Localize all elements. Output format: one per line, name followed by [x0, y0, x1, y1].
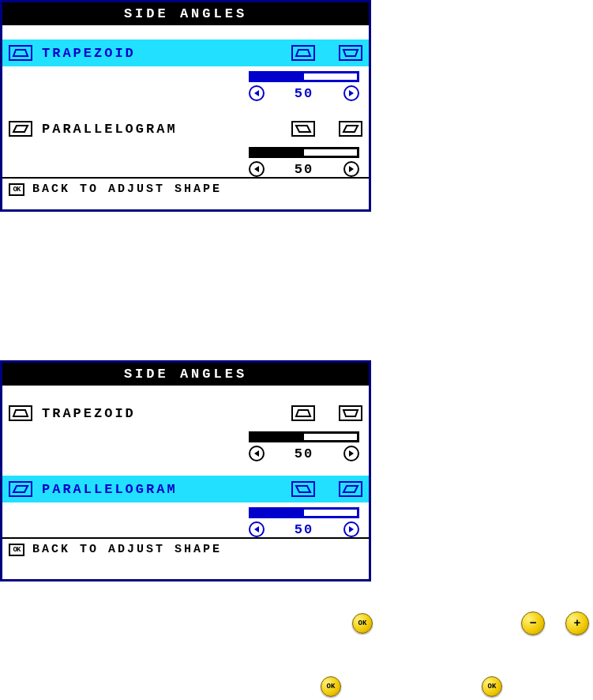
slider-value: 50 — [295, 446, 313, 461]
trapezoid-bottom-icon — [339, 405, 362, 421]
trapezoid-top-icon — [291, 45, 315, 61]
hw-minus-button[interactable]: − — [521, 612, 545, 635]
increase-button[interactable] — [343, 161, 359, 177]
panel-title: SIDE ANGLES — [2, 363, 369, 386]
svg-marker-18 — [254, 526, 259, 533]
svg-marker-16 — [296, 486, 310, 492]
svg-marker-9 — [349, 166, 354, 172]
slider-row-parallelogram: 50 — [2, 142, 369, 177]
increase-button[interactable] — [343, 521, 359, 537]
footer-back[interactable]: OK BACK TO ADJUST SHAPE — [2, 539, 369, 560]
footer-label: BACK TO ADJUST SHAPE — [32, 543, 222, 556]
slider-row-parallelogram: 50 — [2, 502, 369, 537]
svg-marker-3 — [254, 90, 259, 96]
hw-ok-button-1[interactable]: OK — [352, 613, 373, 634]
increase-button[interactable] — [343, 446, 359, 461]
svg-marker-14 — [349, 450, 354, 457]
parallelogram-left-icon — [291, 121, 315, 137]
ok-icon: OK — [9, 544, 24, 556]
svg-marker-2 — [343, 50, 358, 56]
parallelogram-icon — [9, 481, 32, 497]
menu-item-parallelogram[interactable]: PARALLELOGRAM — [2, 476, 369, 502]
decrease-button[interactable] — [249, 446, 265, 461]
svg-marker-15 — [13, 486, 28, 492]
footer-label: BACK TO ADJUST SHAPE — [32, 183, 222, 196]
trapezoid-icon — [9, 45, 32, 61]
slider-bar[interactable] — [249, 147, 359, 158]
slider-row-trapezoid: 50 — [2, 427, 369, 461]
svg-marker-4 — [349, 90, 354, 96]
svg-marker-8 — [254, 166, 259, 172]
svg-marker-11 — [296, 410, 310, 416]
increase-button[interactable] — [343, 85, 359, 101]
slider-bar[interactable] — [249, 71, 359, 82]
svg-marker-5 — [13, 126, 28, 132]
slider-bar[interactable] — [249, 507, 359, 518]
slider-row-trapezoid: 50 — [2, 66, 369, 101]
parallelogram-right-icon — [339, 481, 362, 497]
menu-item-parallelogram[interactable]: PARALLELOGRAM — [2, 115, 369, 142]
osd-panel-2: SIDE ANGLES TRAPEZOID 50 — [0, 360, 371, 581]
osd-panel-1: SIDE ANGLES TRAPEZOID 50 — [0, 0, 371, 212]
svg-marker-7 — [343, 126, 358, 132]
svg-marker-0 — [13, 50, 28, 56]
hw-ok-button-2[interactable]: OK — [321, 676, 341, 697]
svg-marker-17 — [343, 486, 358, 492]
svg-marker-6 — [296, 126, 310, 132]
decrease-button[interactable] — [249, 521, 265, 537]
hw-plus-button[interactable]: + — [565, 612, 589, 635]
hw-ok-button-3[interactable]: OK — [482, 676, 502, 697]
svg-marker-19 — [349, 526, 354, 533]
svg-marker-13 — [254, 450, 259, 457]
decrease-button[interactable] — [249, 161, 265, 177]
slider-value: 50 — [295, 162, 313, 177]
trapezoid-bottom-icon — [339, 45, 362, 61]
trapezoid-icon — [9, 405, 32, 421]
trapezoid-top-icon — [291, 405, 315, 421]
svg-marker-1 — [296, 50, 310, 56]
parallelogram-right-icon — [339, 121, 362, 137]
menu-item-trapezoid[interactable]: TRAPEZOID — [2, 400, 369, 427]
slider-value: 50 — [295, 522, 313, 537]
ok-icon: OK — [9, 183, 24, 196]
decrease-button[interactable] — [249, 85, 265, 101]
svg-marker-10 — [13, 410, 28, 416]
menu-item-trapezoid[interactable]: TRAPEZOID — [2, 40, 369, 66]
parallelogram-left-icon — [291, 481, 315, 497]
slider-bar[interactable] — [249, 431, 359, 442]
panel-title: SIDE ANGLES — [2, 2, 369, 25]
parallelogram-icon — [9, 121, 32, 137]
footer-back[interactable]: OK BACK TO ADJUST SHAPE — [2, 179, 369, 200]
slider-value: 50 — [295, 86, 313, 101]
svg-marker-12 — [343, 410, 358, 416]
